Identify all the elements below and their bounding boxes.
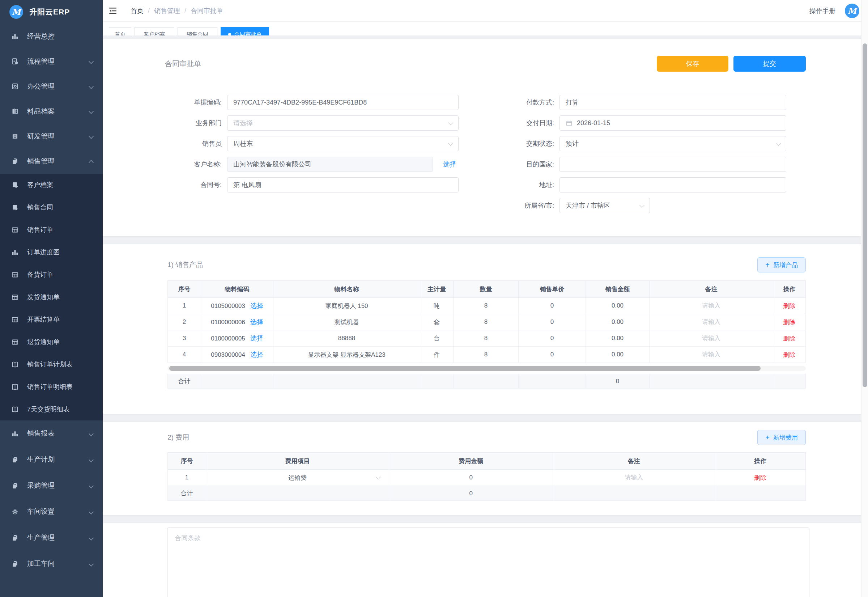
sidebar-item-order-progress[interactable]: 订单进度图 (0, 241, 103, 263)
remark-input[interactable] (561, 474, 707, 481)
manual-link[interactable]: 操作手册 (809, 6, 835, 15)
sidebar-item-shipping-notice[interactable]: 发货通知单 (0, 286, 103, 308)
sidebar-item-order-plan-report[interactable]: 销售订单计划表 (0, 353, 103, 376)
delete-row-link[interactable]: 删除 (784, 351, 795, 358)
table-grid-icon (11, 226, 19, 234)
vertical-scrollbar (861, 0, 868, 597)
price-cell[interactable]: 0 (518, 314, 586, 330)
sidebar-item-sales-mgmt[interactable]: 销售管理 (0, 149, 103, 174)
vertical-scrollbar-thumb[interactable] (862, 43, 867, 387)
submit-button[interactable]: 提交 (733, 56, 806, 72)
breadcrumb-separator: / (148, 7, 150, 15)
business-dept-select[interactable]: 请选择 (227, 116, 459, 131)
avatar[interactable]: M (845, 4, 859, 18)
sidebar-item-sales-order[interactable]: 销售订单 (0, 218, 103, 241)
sidebar-item-invoice-settlement[interactable]: 开票结算单 (0, 308, 103, 331)
add-fee-button[interactable]: +新增费用 (757, 430, 806, 445)
fee-amount-cell[interactable]: 0 (389, 470, 553, 486)
fee-item-select[interactable]: 运输费 (206, 470, 389, 486)
row-index: 3 (168, 330, 201, 347)
chevron-down-icon (89, 483, 93, 488)
delivery-date-picker[interactable]: 2026-01-15 (560, 116, 786, 131)
chevron-down-icon (89, 59, 93, 64)
address-label: 地址: (500, 181, 554, 189)
payment-method-input[interactable] (560, 95, 786, 110)
sidebar-item-production-plan[interactable]: 生产计划 (0, 447, 103, 472)
chevron-up-icon (89, 159, 93, 163)
address-input[interactable] (560, 177, 786, 193)
destination-country-input[interactable] (560, 157, 786, 172)
tab-contract-approval[interactable]: 合同审批单 (221, 27, 269, 36)
price-cell[interactable]: 0 (518, 347, 586, 363)
sidebar-item-production-mgmt[interactable]: 生产管理 (0, 525, 103, 551)
sidebar-item-process-mgmt[interactable]: 流程管理 (0, 49, 103, 74)
books-icon (11, 107, 19, 115)
doc-code-label: 单据编码: (167, 98, 222, 107)
pages-icon (11, 157, 19, 165)
main-area: 首页 / 销售管理 / 合同审批单 操作手册 M 首页 客户档案 销售合同 合同… (103, 0, 868, 597)
save-button[interactable]: 保存 (657, 56, 729, 72)
material-select-link[interactable]: 选择 (250, 351, 263, 358)
sidebar-item-procurement-mgmt[interactable]: 采购管理 (0, 472, 103, 499)
contract-terms-textarea[interactable] (167, 527, 809, 597)
sidebar-bottom-group: 销售报表 生产计划 采购管理 车间设置 生产管理 加工车间 (0, 420, 103, 577)
qty-cell[interactable]: 8 (453, 314, 518, 330)
customer-select-link[interactable]: 选择 (443, 160, 456, 169)
sidebar-item-sales-contract[interactable]: 销售合同 (0, 196, 103, 218)
sidebar-item-stock-order[interactable]: 备货订单 (0, 263, 103, 286)
document-clock-icon (11, 58, 19, 65)
price-cell[interactable]: 0 (518, 330, 586, 347)
remark-input[interactable] (656, 318, 767, 326)
sidebar-item-order-detail-report[interactable]: 销售订单明细表 (0, 376, 103, 398)
sidebar-item-return-notice[interactable]: 退货通知单 (0, 331, 103, 353)
delivery-status-label: 交期状态: (500, 139, 554, 148)
price-cell[interactable]: 0 (518, 298, 586, 314)
delete-row-link[interactable]: 删除 (784, 319, 795, 326)
delete-row-link[interactable]: 删除 (784, 335, 795, 342)
sidebar-item-rd-mgmt[interactable]: 研发管理 (0, 124, 103, 149)
table-row: 3 0100000005选择 88888 台 8 0 0.00 删除 (168, 330, 806, 347)
horizontal-scrollbar-thumb[interactable] (169, 366, 761, 371)
sidebar-item-customer-archive[interactable]: 客户档案 (0, 174, 103, 196)
breadcrumb-separator: / (184, 7, 186, 15)
tab-home[interactable]: 首页 (109, 27, 131, 36)
delete-row-link[interactable]: 删除 (754, 474, 766, 481)
sidebar-item-processing-workshop[interactable]: 加工车间 (0, 551, 103, 577)
remark-input[interactable] (656, 335, 767, 342)
add-product-button[interactable]: +新增产品 (757, 257, 806, 272)
tab-customer-archive[interactable]: 客户档案 (135, 27, 174, 36)
material-code-cell: 0903000004选择 (201, 347, 273, 363)
business-dept-label: 业务部门 (167, 119, 222, 127)
products-total-container: 合计 0 (167, 374, 806, 389)
products-total-row: 合计 0 (168, 374, 806, 389)
qty-cell[interactable]: 8 (453, 298, 518, 314)
action-cell: 删除 (773, 347, 806, 363)
tab-sales-contract[interactable]: 销售合同 (178, 27, 217, 36)
delivery-status-select[interactable]: 预计 (560, 136, 786, 151)
action-cell: 删除 (773, 298, 806, 314)
table-grid-icon (11, 293, 19, 301)
sidebar-item-office-mgmt[interactable]: 办公管理 (0, 74, 103, 99)
plus-icon: + (765, 434, 770, 442)
breadcrumb-home[interactable]: 首页 (130, 6, 144, 15)
province-city-select[interactable]: 天津市 / 市辖区 (560, 198, 650, 213)
material-select-link[interactable]: 选择 (250, 335, 263, 342)
qty-cell[interactable]: 8 (453, 347, 518, 363)
sidebar-item-workshop-settings[interactable]: 车间设置 (0, 499, 103, 525)
sidebar-item-business-overview[interactable]: 经营总控 (0, 24, 103, 49)
salesperson-select[interactable]: 周桂东 (227, 136, 459, 151)
material-select-link[interactable]: 选择 (250, 302, 263, 309)
material-select-link[interactable]: 选择 (250, 318, 263, 326)
remark-input[interactable] (656, 302, 767, 309)
sidebar-item-material-archive[interactable]: 料品档案 (0, 99, 103, 124)
doc-code-input[interactable] (227, 95, 459, 110)
sidebar-item-7day-delivery-report[interactable]: 7天交货明细表 (0, 398, 103, 420)
remark-cell (650, 314, 773, 330)
qty-cell[interactable]: 8 (453, 330, 518, 347)
sidebar-collapse-icon[interactable] (108, 6, 117, 16)
remark-input[interactable] (656, 351, 767, 358)
table-row: 1 0105000003选择 家庭机器人 150 吨 8 0 0.00 删除 (168, 298, 806, 314)
delete-row-link[interactable]: 删除 (784, 303, 795, 309)
sidebar-item-sales-report[interactable]: 销售报表 (0, 420, 103, 447)
contract-no-input[interactable] (227, 177, 459, 193)
